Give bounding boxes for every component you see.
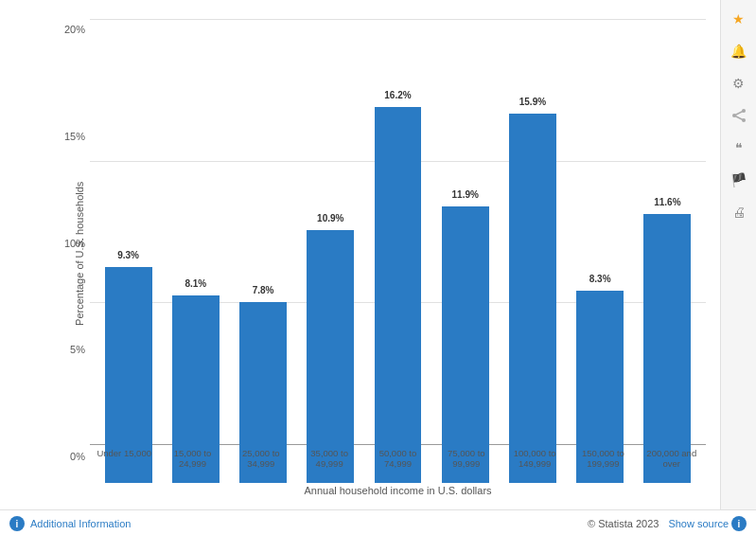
bar-group: 8.1%	[162, 19, 229, 483]
bars-wrapper: 9.3%8.1%7.8%10.9%16.2%11.9%15.9%8.3%11.6…	[90, 19, 706, 483]
y-tick-20: 20%	[64, 24, 85, 35]
bar-group: 15.9%	[499, 19, 566, 483]
info-icon[interactable]: i	[9, 516, 25, 531]
gear-icon[interactable]: ⚙	[730, 74, 748, 93]
quote-icon[interactable]: ❝	[730, 138, 748, 157]
bar[interactable]: 15.9%	[509, 114, 556, 483]
main-content: Percentage of U.S. households 20% 15% 10…	[0, 0, 720, 509]
bars-area: 9.3%8.1%7.8%10.9%16.2%11.9%15.9%8.3%11.6…	[90, 19, 706, 500]
bottom-right: © Statista 2023 Show source i	[588, 516, 747, 531]
x-axis-title: Annual household income in U.S. dollars	[90, 485, 706, 500]
show-source-label: Show source	[668, 518, 729, 529]
show-source-info-icon[interactable]: i	[731, 516, 747, 531]
bar[interactable]: 11.6%	[643, 214, 691, 483]
x-label: 50,000 to 74,999	[363, 445, 431, 483]
print-icon[interactable]: 🖨	[730, 203, 748, 222]
bar-value-label: 8.1%	[185, 278, 206, 289]
star-icon[interactable]: ★	[730, 9, 748, 28]
svg-line-4	[734, 116, 744, 120]
bar-group: 16.2%	[364, 19, 431, 483]
additional-info-label[interactable]: Additional Information	[30, 518, 131, 529]
x-label: 200,000 and over	[638, 445, 706, 483]
bar-value-label: 8.3%	[589, 274, 611, 284]
bar-group: 8.3%	[567, 19, 634, 483]
bell-icon[interactable]: 🔔	[730, 42, 748, 61]
x-label: 25,000 to 34,999	[227, 445, 295, 483]
x-labels: Under 15,00015,000 to 24,99925,000 to 34…	[90, 445, 706, 483]
bars-grid: 9.3%8.1%7.8%10.9%16.2%11.9%15.9%8.3%11.6…	[90, 19, 706, 483]
x-label: 35,000 to 49,999	[295, 445, 363, 483]
svg-line-3	[734, 111, 744, 116]
x-label: 75,000 to 99,999	[432, 445, 501, 483]
bar[interactable]: 11.9%	[442, 206, 489, 483]
flag-icon[interactable]: 🏴	[730, 170, 748, 189]
bar-value-label: 9.3%	[117, 250, 139, 260]
share-icon[interactable]	[730, 106, 748, 125]
y-tick-5: 5%	[70, 344, 85, 355]
sidebar: ★ 🔔 ⚙ ❝ 🏴 🖨	[720, 0, 756, 509]
bar-value-label: 10.9%	[317, 213, 343, 223]
bar-value-label: 11.6%	[654, 197, 680, 207]
bar-group: 7.8%	[229, 19, 296, 483]
bar-value-label: 16.2%	[384, 90, 411, 100]
y-tick-15: 15%	[64, 131, 85, 142]
y-tick-0: 0%	[70, 451, 85, 462]
bar-value-label: 7.8%	[253, 285, 274, 295]
y-axis-label: Percentage of U.S. households	[74, 182, 85, 326]
bar-value-label: 11.9%	[452, 189, 479, 200]
bottom-left: i Additional Information	[9, 516, 131, 531]
bar[interactable]: 16.2%	[375, 107, 422, 483]
bar-group: 11.9%	[431, 19, 499, 483]
x-label: Under 15,000	[90, 445, 158, 483]
show-source-button[interactable]: Show source i	[668, 516, 747, 531]
bar-group: 11.6%	[634, 19, 701, 483]
chart-and-sidebar: Percentage of U.S. households 20% 15% 10…	[0, 0, 756, 509]
x-label: 100,000 to 149,999	[501, 445, 569, 483]
statista-label: © Statista 2023	[588, 518, 659, 529]
bottom-bar: i Additional Information © Statista 2023…	[0, 509, 756, 535]
bar-value-label: 15.9%	[519, 97, 546, 107]
x-label: 15,000 to 24,999	[158, 445, 226, 483]
chart-container: 20% 15% 10% 5% 0%	[57, 19, 706, 500]
bar-group: 9.3%	[95, 19, 162, 483]
full-layout: Percentage of U.S. households 20% 15% 10…	[0, 0, 756, 535]
x-label: 150,000 to 199,999	[569, 445, 637, 483]
bar-group: 10.9%	[297, 19, 364, 483]
